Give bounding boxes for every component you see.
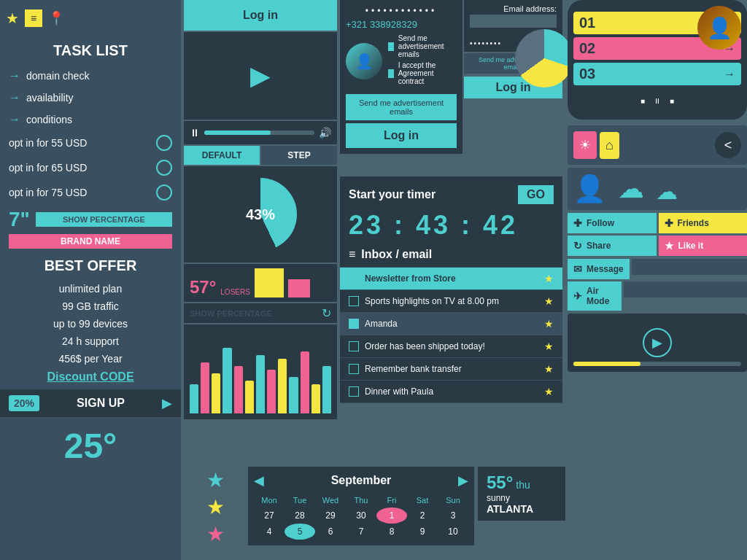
progress-bar[interactable] <box>573 362 741 366</box>
inbox-item-4[interactable]: Order has been shipped today! ★ <box>340 335 562 358</box>
house-icon-button[interactable]: ⌂ <box>600 132 619 159</box>
tab-step[interactable]: STEP <box>261 146 337 165</box>
cal-day-today[interactable]: 5 <box>285 524 315 540</box>
form-fields: Send me advertisement emails I accept th… <box>388 34 457 88</box>
bar-chart-bar <box>190 384 198 413</box>
message-input[interactable] <box>632 259 747 275</box>
star-icon[interactable]: ★ <box>544 295 554 307</box>
cal-prev-button[interactable]: ◀ <box>254 472 264 489</box>
cal-day[interactable]: 6 <box>315 524 346 540</box>
discount-code[interactable]: Discount CODE <box>0 368 181 386</box>
task-item-1[interactable]: → domain check <box>0 65 181 87</box>
cal-day[interactable]: 27 <box>254 508 285 524</box>
inbox-checkbox[interactable] <box>349 273 359 284</box>
show-pct-text[interactable]: SHOW PERCENTAGE <box>190 309 272 318</box>
circle-button[interactable] <box>156 184 172 201</box>
plane-icon: ✈ <box>573 290 582 302</box>
opt-item-3[interactable]: opt in for 75 USD <box>0 180 181 205</box>
calendar-grid: Mon Tue Wed Thu Fri Sat Sun 27 28 29 30 … <box>254 493 468 540</box>
circle-button[interactable] <box>156 135 172 151</box>
email-input[interactable] <box>470 15 557 28</box>
opt-item-1[interactable]: opt in for 55 USD <box>0 131 181 155</box>
inbox-checkbox[interactable] <box>349 364 359 374</box>
signup-arrow-icon[interactable]: ▶ <box>162 395 172 411</box>
cal-day[interactable]: 10 <box>438 524 468 540</box>
cal-day[interactable]: 7 <box>346 524 376 540</box>
cal-day[interactable]: 3 <box>438 508 468 524</box>
inbox-checkbox[interactable] <box>349 386 359 397</box>
login-button-bottom[interactable]: Log in <box>346 123 457 148</box>
friends-icon: ✚ <box>665 217 673 229</box>
message-button[interactable]: ✉ Message <box>568 259 630 279</box>
bar-chart-bar <box>201 362 209 413</box>
cal-day-highlighted[interactable]: 1 <box>376 508 407 524</box>
calendar-area: ◀ September ▶ Mon Tue Wed Thu Fri Sat Su… <box>248 467 474 545</box>
cal-day[interactable]: 4 <box>254 524 285 540</box>
cal-day[interactable]: 30 <box>346 508 376 524</box>
phone-num-3[interactable]: 03 → <box>573 63 741 85</box>
task-item-2[interactable]: → availability <box>0 87 181 109</box>
air-mode-label: Air Mode <box>587 286 616 306</box>
send-ads-button[interactable]: Send me advertisement emails <box>346 94 457 120</box>
inbox-checkbox[interactable] <box>349 341 359 351</box>
like-button[interactable]: ★ Like it <box>659 236 748 256</box>
follow-button[interactable]: ✚ Follow <box>568 213 657 233</box>
cal-day[interactable]: 8 <box>376 524 407 540</box>
inbox-item-3[interactable]: Amanda ★ <box>340 313 562 335</box>
pause-icon[interactable]: ⏸ <box>190 127 200 139</box>
show-percentage-button[interactable]: SHOW PERCENTAGE <box>36 212 172 227</box>
brand-name-button[interactable]: BRAND NAME <box>9 234 172 249</box>
like-icon: ★ <box>665 240 674 252</box>
inbox-item-6[interactable]: Dinner with Paula ★ <box>340 381 562 403</box>
air-mode-button[interactable]: ✈ Air Mode <box>568 281 622 311</box>
video-player[interactable]: ▶ <box>184 32 337 120</box>
checkbox-unchecked[interactable] <box>388 69 394 78</box>
progress-bar[interactable] <box>204 131 314 135</box>
checkbox-checked[interactable] <box>388 42 394 51</box>
circle-button[interactable] <box>156 160 172 176</box>
password-dots: •••••••••••• <box>346 6 457 16</box>
volume-icon[interactable]: 🔊 <box>319 127 331 139</box>
cal-day[interactable]: 9 <box>407 524 438 540</box>
share-button[interactable]: ↻ Share <box>568 236 657 256</box>
go-button[interactable]: GO <box>518 185 554 204</box>
like-label: Like it <box>678 241 704 251</box>
cal-day[interactable]: 29 <box>315 508 346 524</box>
star-icon[interactable]: ★ <box>544 386 554 397</box>
refresh-icon[interactable]: ↻ <box>322 306 331 320</box>
menu-icon[interactable]: ≡ <box>25 9 42 27</box>
pin-icon[interactable]: 📍 <box>48 10 64 26</box>
airmode-input[interactable] <box>624 281 747 298</box>
cal-day[interactable]: 2 <box>407 508 438 524</box>
inbox-checkbox[interactable] <box>349 296 359 306</box>
star-icon[interactable]: ★ <box>544 318 554 330</box>
login-button-top[interactable]: Log in <box>184 0 337 31</box>
play-button[interactable]: ▶ <box>643 328 672 357</box>
arrow-icon: → <box>9 91 20 104</box>
opt-item-2[interactable]: opt in for 65 USD <box>0 155 181 180</box>
email-label: Email address: <box>470 4 557 13</box>
offer-traffic: 99 GB traffic <box>0 298 181 315</box>
back-button[interactable]: < <box>715 132 741 158</box>
cal-day[interactable]: 28 <box>285 508 315 524</box>
tab-default[interactable]: DEFAULT <box>184 146 260 165</box>
calendar-header: ◀ September ▶ <box>254 472 468 489</box>
star-icon[interactable]: ★ <box>544 273 554 284</box>
inbox-item-5[interactable]: Remember bank transfer ★ <box>340 358 562 381</box>
star-icon[interactable]: ★ <box>544 341 554 352</box>
sun-icon-button[interactable]: ☀ <box>573 131 597 159</box>
star-icon[interactable]: ★ <box>6 9 19 27</box>
play-icon[interactable]: ▶ <box>250 61 271 91</box>
task-item-3[interactable]: → conditions <box>0 109 181 131</box>
airmode-row: ✈ Air Mode <box>568 281 747 311</box>
day-fri: Fri <box>376 493 407 508</box>
inbox-item-2[interactable]: Sports highlights on TV at 8.00 pm ★ <box>340 290 562 313</box>
progress-fill <box>573 362 640 366</box>
star-icon[interactable]: ★ <box>544 363 554 375</box>
inbox-checkbox[interactable] <box>349 319 359 329</box>
cal-next-button[interactable]: ▶ <box>458 472 468 489</box>
pie-chart: 43% <box>224 178 297 251</box>
friends-button[interactable]: ✚ Friends <box>659 213 748 233</box>
inbox-item-1[interactable]: Newsletter from Store ★ <box>340 268 562 290</box>
weather-condition: sunny <box>487 493 557 503</box>
